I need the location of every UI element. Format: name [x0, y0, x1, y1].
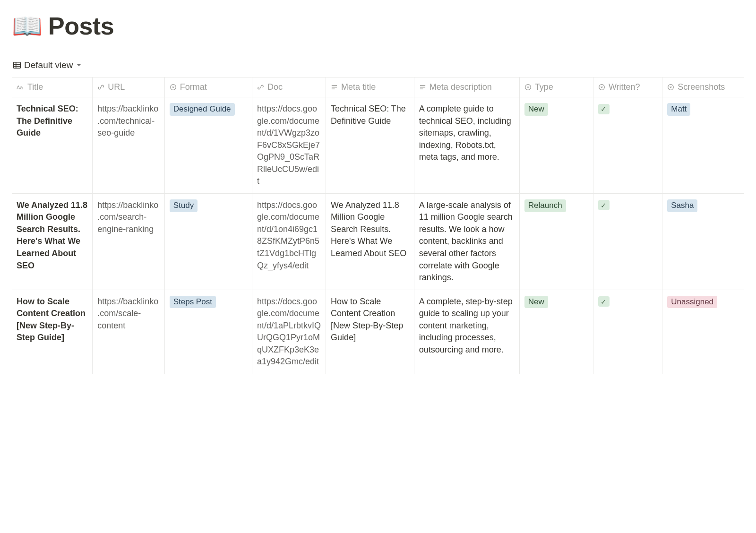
- posts-table: Aa Title URL Format Doc: [12, 77, 744, 374]
- cell-format[interactable]: Study: [164, 193, 252, 290]
- cell-screenshots[interactable]: Sasha: [662, 193, 744, 290]
- select-prop-icon: [524, 84, 532, 91]
- column-label: Format: [180, 82, 207, 92]
- column-label: Type: [535, 82, 553, 92]
- page-emoji-icon: 📖: [12, 14, 43, 38]
- cell-meta-description[interactable]: A complete guide to technical SEO, inclu…: [414, 97, 519, 194]
- column-header-title[interactable]: Aa Title: [12, 77, 93, 97]
- table-view-icon: [13, 61, 21, 69]
- cell-format[interactable]: Steps Post: [164, 290, 252, 374]
- table-row[interactable]: We Analyzed 11.8 Million Google Search R…: [12, 193, 744, 290]
- cell-screenshots[interactable]: Unassigned: [662, 290, 744, 374]
- screenshots-tag: Unassigned: [667, 296, 717, 309]
- column-header-meta-description[interactable]: Meta description: [414, 77, 519, 97]
- view-label: Default view: [24, 60, 73, 70]
- cell-title[interactable]: How to Scale Content Creation [New Step-…: [12, 290, 93, 374]
- select-prop-icon: [598, 84, 605, 91]
- type-tag: Relaunch: [524, 199, 566, 212]
- cell-type[interactable]: New: [519, 97, 593, 194]
- cell-url[interactable]: https://backlinko.com/search-engine-rank…: [93, 193, 164, 290]
- format-tag: Steps Post: [170, 296, 216, 309]
- column-label: Meta title: [341, 82, 376, 92]
- cell-meta-title[interactable]: We Analyzed 11.8 Million Google Search R…: [326, 193, 414, 290]
- table-body: Technical SEO: The Definitive Guidehttps…: [12, 97, 744, 374]
- cell-url[interactable]: https://backlinko.com/scale-content: [93, 290, 164, 374]
- check-icon: ✓: [598, 104, 610, 114]
- svg-rect-0: [14, 62, 21, 68]
- svg-text:Aa: Aa: [17, 85, 23, 90]
- column-header-url[interactable]: URL: [93, 77, 164, 97]
- view-selector[interactable]: Default view: [12, 58, 83, 72]
- title-prop-icon: Aa: [17, 84, 24, 91]
- format-tag: Study: [170, 199, 198, 212]
- text-prop-icon: [419, 84, 426, 91]
- column-header-format[interactable]: Format: [164, 77, 252, 97]
- page-title: Posts: [48, 12, 114, 40]
- cell-written[interactable]: ✓: [593, 193, 662, 290]
- type-tag: New: [524, 296, 548, 309]
- column-header-meta-title[interactable]: Meta title: [326, 77, 414, 97]
- cell-url[interactable]: https://backlinko.com/technical-seo-guid…: [93, 97, 164, 194]
- cell-doc[interactable]: https://docs.google.com/document/d/1aPLr…: [252, 290, 326, 374]
- link-prop-icon: [257, 84, 264, 91]
- format-tag: Designed Guide: [170, 103, 235, 116]
- column-label: URL: [108, 82, 125, 92]
- cell-meta-description[interactable]: A large-scale analysis of 11 million Goo…: [414, 193, 519, 290]
- cell-meta-title[interactable]: Technical SEO: The Definitive Guide: [326, 97, 414, 194]
- type-tag: New: [524, 103, 548, 116]
- table-row[interactable]: Technical SEO: The Definitive Guidehttps…: [12, 97, 744, 194]
- table-header-row: Aa Title URL Format Doc: [12, 77, 744, 97]
- cell-written[interactable]: ✓: [593, 97, 662, 194]
- cell-screenshots[interactable]: Matt: [662, 97, 744, 194]
- column-label: Meta description: [430, 82, 492, 92]
- column-header-type[interactable]: Type: [519, 77, 593, 97]
- column-label: Title: [27, 82, 43, 92]
- check-icon: ✓: [598, 200, 610, 210]
- cell-doc[interactable]: https://docs.google.com/document/d/1on4i…: [252, 193, 326, 290]
- cell-title[interactable]: Technical SEO: The Definitive Guide: [12, 97, 93, 194]
- column-header-screenshots[interactable]: Screenshots: [662, 77, 744, 97]
- column-label: Screenshots: [678, 82, 725, 92]
- cell-type[interactable]: New: [519, 290, 593, 374]
- cell-written[interactable]: ✓: [593, 290, 662, 374]
- link-prop-icon: [97, 84, 104, 91]
- cell-meta-title[interactable]: How to Scale Content Creation [New Step-…: [326, 290, 414, 374]
- table-row[interactable]: How to Scale Content Creation [New Step-…: [12, 290, 744, 374]
- cell-meta-description[interactable]: A complete, step-by-step guide to scalin…: [414, 290, 519, 374]
- cell-format[interactable]: Designed Guide: [164, 97, 252, 194]
- screenshots-tag: Sasha: [667, 199, 697, 212]
- check-icon: ✓: [598, 296, 610, 307]
- text-prop-icon: [331, 84, 338, 91]
- cell-title[interactable]: We Analyzed 11.8 Million Google Search R…: [12, 193, 93, 290]
- screenshots-tag: Matt: [667, 103, 690, 116]
- cell-doc[interactable]: https://docs.google.com/document/d/1VWgz…: [252, 97, 326, 194]
- column-label: Written?: [609, 82, 640, 92]
- page-header: 📖 Posts: [12, 12, 744, 40]
- column-header-written[interactable]: Written?: [593, 77, 662, 97]
- cell-type[interactable]: Relaunch: [519, 193, 593, 290]
- select-prop-icon: [170, 84, 177, 91]
- select-prop-icon: [667, 84, 674, 91]
- chevron-down-icon: [76, 62, 82, 68]
- column-label: Doc: [267, 82, 283, 92]
- column-header-doc[interactable]: Doc: [252, 77, 326, 97]
